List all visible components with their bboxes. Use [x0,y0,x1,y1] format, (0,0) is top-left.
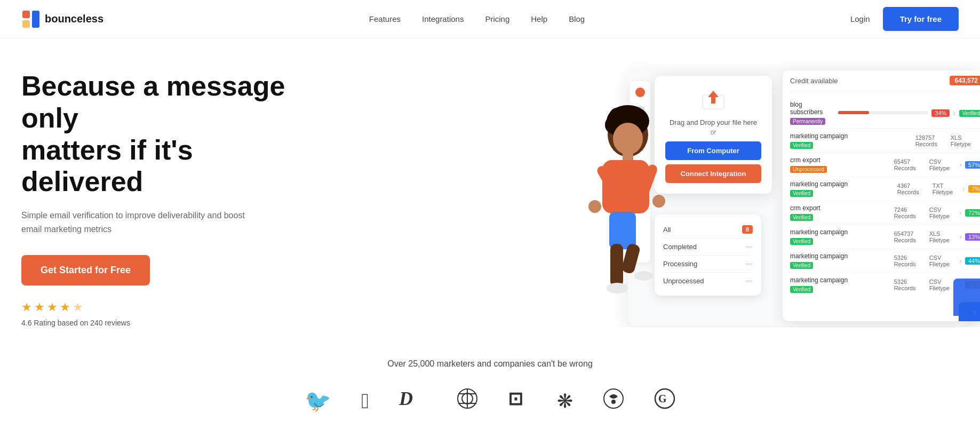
row-records: 65457Records [894,158,926,171]
svg-rect-21 [711,97,715,104]
table-row: crm export Unprocessed 65457Records CSVF… [790,153,980,177]
brand-logo-2:  [361,389,369,413]
row-records: 5326Records [894,279,926,291]
svg-rect-2 [32,11,39,28]
get-started-button[interactable]: Get Started for Free [21,255,150,285]
svg-rect-8 [623,152,633,161]
credit-row: Credit available 643,572 [790,76,980,91]
row-badge: Verified [790,262,813,269]
logo[interactable]: bounceless [21,10,103,29]
table-row: blog subscribers Permanently 34% › Verif… [790,98,980,129]
brand-logo-4 [457,388,478,414]
data-panel: Credit available 643,572 blog subscriber… [783,70,980,321]
row-records: 7246Records [894,206,926,219]
table-row: marketing campaign Verified 4367Records … [790,177,980,201]
row-percent: 57% [965,161,980,169]
brand-logos: 🐦  D ⊡ ❋ [21,388,959,414]
row-name: marketing campaign [790,252,891,260]
row-filetype: CSVFiletype [929,206,956,219]
row-name: marketing campaign [790,228,891,236]
hero-title: Because a message only matters if it's d… [21,70,288,198]
row-name: crm export [790,156,891,164]
hero-left: Because a message only matters if it's d… [21,70,288,327]
svg-rect-15 [610,244,623,287]
table-row: marketing campaign Verified 654737Record… [790,225,980,249]
row-records: 4367Records [897,182,929,195]
filter-completed-count [745,246,753,248]
logo-text: bounceless [45,13,103,25]
filter-unprocessed-count [745,280,753,282]
brand-logo-1: 🐦 [305,388,331,414]
rating-text: 4.6 Rating based on 240 reviews [21,319,288,327]
table-row: crm export Verified 7246Records CSVFilet… [790,201,980,225]
svg-point-18 [634,271,654,281]
svg-point-6 [609,108,625,124]
row-filetype: XLSFiletype [929,231,956,243]
row-arrow: › [959,160,962,170]
person-illustration [564,92,681,316]
svg-rect-1 [22,20,30,28]
row-percent: 34% [931,109,950,117]
brand-logo-3: D [399,388,427,414]
star-1: ★ [21,300,32,314]
row-filetype: TXTFiletype [933,182,959,195]
nav-right: Login Try for free [850,7,959,31]
row-arrow: › [953,108,955,118]
logo-icon [21,10,41,29]
nav-blog[interactable]: Blog [569,14,585,23]
hero-subtitle: Simple email verification to improve del… [21,209,245,236]
row-percent: 13% [965,233,980,241]
row-arrow: › [959,232,962,242]
star-half: ★ [73,300,83,314]
svg-text:⊡: ⊡ [508,388,523,409]
row-arrow: › [959,256,962,266]
nav-features[interactable]: Features [369,14,401,23]
hero-section: Because a message only matters if it's d… [0,38,980,327]
star-2: ★ [34,300,45,314]
svg-point-17 [607,283,628,293]
svg-point-13 [652,195,665,208]
row-name: blog subscribers [790,101,835,116]
row-arrow: › [962,184,965,194]
svg-text:G: G [658,393,667,404]
row-name: crm export [790,204,891,212]
table-row: marketing campaign Verified 5326Records … [790,273,980,297]
svg-point-7 [613,123,643,155]
row-records: 128757Records [915,134,947,147]
row-percent: 44% [965,257,980,265]
nav-help[interactable]: Help [531,14,547,23]
svg-rect-0 [22,11,30,18]
nav-integrations[interactable]: Integrations [422,14,464,23]
row-percent: 72% [965,209,980,217]
star-3: ★ [47,300,58,314]
row-records: 654737Records [894,231,926,243]
row-name: marketing campaign [790,276,891,284]
filter-processing-count [745,263,753,265]
row-badge: Verified [790,142,813,149]
nav-pricing[interactable]: Pricing [485,14,509,23]
login-link[interactable]: Login [850,14,870,23]
row-badge: Verified [790,238,813,245]
table-row: marketing campaign Verified 5326Records … [790,249,980,273]
filter-all-badge: 8 [742,225,753,234]
table-row: marketing campaign Verified 128757Record… [790,129,980,153]
brand-logo-6: ❋ [557,390,573,412]
row-verified: Verified [959,110,980,117]
row-name: marketing campaign [790,180,894,188]
row-name: marketing campaign [790,132,912,140]
try-free-button[interactable]: Try for free [883,7,959,31]
row-filetype: CSVFiletype [929,255,956,267]
row-filetype: CSVFiletype [929,158,956,171]
row-badge: Verified [790,190,813,197]
credit-value: 643,572 [950,76,980,85]
row-filetype: XLSFiletype [951,134,977,147]
row-badge: Verified [790,286,813,293]
mockup-container: Drag and Drop your file here or From Com… [511,70,980,316]
star-rating: ★ ★ ★ ★ ★ [21,300,288,314]
row-badge: Unprocessed [790,166,827,173]
social-proof-section: Over 25,000 marketers and companies can'… [0,327,980,421]
social-proof-tagline: Over 25,000 marketers and companies can'… [21,359,959,369]
nav-links: Features Integrations Pricing Help Blog [369,14,585,24]
brand-logo-8: G [654,388,675,414]
brand-logo-7 [603,388,624,414]
